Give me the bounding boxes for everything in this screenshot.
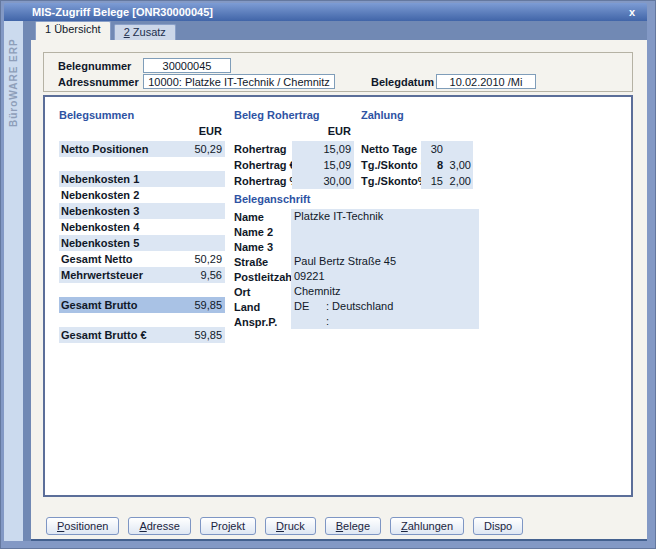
summary-row: Netto Positionen50,29 bbox=[59, 141, 225, 157]
zahlung-label: Tg./Skonto % bbox=[361, 159, 421, 171]
address-label: Land bbox=[234, 301, 291, 313]
zahlung-rows: Netto Tage30Tg./Skonto %83,00Tg./Skonto%… bbox=[361, 141, 473, 189]
address-label: Straße bbox=[234, 256, 291, 268]
address-value bbox=[291, 224, 479, 239]
belegnummer-label: Belegnummer bbox=[58, 60, 143, 72]
druck-button[interactable]: Druck bbox=[265, 517, 316, 535]
summary-label: Nebenkosten 1 bbox=[59, 173, 169, 185]
summary-label: Gesamt Brutto bbox=[59, 299, 169, 311]
address-value-text: : bbox=[326, 314, 329, 329]
row-spacer bbox=[59, 283, 225, 297]
belegdatum-label: Belegdatum bbox=[371, 76, 433, 88]
tab-2[interactable]: 2 Zusatz bbox=[114, 24, 176, 40]
address-label: Anspr.P. bbox=[234, 316, 291, 328]
tab-content: Belegnummer Adressnummer Belegdatum Bele… bbox=[31, 40, 647, 541]
address-row: NamePlatzke IT-Technik bbox=[234, 209, 479, 224]
title-bar: MIS-Zugriff Belege [ONR30000045] x bbox=[4, 3, 647, 21]
rohertrag-row: Rohertrag €15,09 bbox=[234, 157, 354, 173]
summary-label: Nebenkosten 2 bbox=[59, 189, 169, 201]
summary-label: Nebenkosten 3 bbox=[59, 205, 169, 217]
projekt-button[interactable]: Projekt bbox=[200, 517, 256, 535]
belegdatum-field[interactable] bbox=[436, 74, 536, 89]
address-label: Postleitzahl bbox=[234, 271, 291, 283]
adressnummer-field[interactable] bbox=[143, 74, 335, 89]
address-row: Name 3 bbox=[234, 239, 479, 254]
beleganschrift-section: Beleganschrift NamePlatzke IT-TechnikNam… bbox=[234, 193, 479, 329]
zahlung-percent-value bbox=[445, 141, 473, 157]
summary-row: Nebenkosten 1 bbox=[59, 171, 225, 187]
beleganschrift-rows: NamePlatzke IT-TechnikName 2Name 3Straße… bbox=[234, 209, 479, 329]
address-row: Anspr.P.: bbox=[234, 314, 479, 329]
tab-1[interactable]: 1 Übersicht bbox=[35, 21, 111, 40]
tab-bar: 1 Übersicht2 Zusatz bbox=[23, 21, 647, 40]
main-area: 1 Übersicht2 Zusatz Belegnummer Adressnu… bbox=[23, 21, 647, 541]
summary-label: Mehrwertsteuer bbox=[59, 269, 169, 281]
app-window: MIS-Zugriff Belege [ONR30000045] x BüroW… bbox=[0, 0, 656, 549]
rohertrag-value: 15,09 bbox=[292, 157, 354, 173]
header-panel: Belegnummer Adressnummer Belegdatum bbox=[43, 52, 633, 92]
address-row: OrtChemnitz bbox=[234, 284, 479, 299]
summary-label: Nebenkosten 5 bbox=[59, 237, 169, 249]
zahlung-gap bbox=[361, 125, 473, 141]
summary-row: Nebenkosten 4 bbox=[59, 219, 225, 235]
zahlung-days-value: 30 bbox=[421, 141, 445, 157]
belege-button[interactable]: Belege bbox=[325, 517, 381, 535]
address-value-text: : Deutschland bbox=[326, 299, 393, 314]
belegsummen-title: Belegsummen bbox=[59, 109, 225, 125]
summary-row: Mehrwertsteuer9,56 bbox=[59, 267, 225, 283]
address-value: Paul Bertz Straße 45 bbox=[291, 254, 479, 269]
belegnummer-row: Belegnummer bbox=[44, 58, 632, 73]
summary-row: Gesamt Netto50,29 bbox=[59, 251, 225, 267]
address-country-code: DE bbox=[294, 299, 326, 314]
zahlung-days-value: 15 bbox=[421, 173, 445, 189]
adressnummer-label: Adressnummer bbox=[58, 76, 143, 88]
detail-panel: Belegsummen EUR Netto Positionen50,29Neb… bbox=[43, 95, 633, 497]
rohertrag-rows: Rohertrag15,09Rohertrag €15,09Rohertrag … bbox=[234, 141, 354, 189]
zahlung-title: Zahlung bbox=[361, 109, 473, 125]
address-label: Name 3 bbox=[234, 241, 291, 253]
rohertrag-row: Rohertrag15,09 bbox=[234, 141, 354, 157]
summary-value: 59,85 bbox=[169, 299, 225, 311]
belegsummen-section: Belegsummen EUR Netto Positionen50,29Neb… bbox=[59, 109, 225, 343]
address-value: DE: Deutschland bbox=[291, 299, 479, 314]
summary-row: Gesamt Brutto €59,85 bbox=[59, 327, 225, 343]
zahlung-label: Netto Tage bbox=[361, 143, 421, 155]
summary-label: Gesamt Netto bbox=[59, 253, 169, 265]
rohertrag-title: Beleg Rohertrag bbox=[234, 109, 354, 125]
rohertrag-row: Rohertrag %30,00 bbox=[234, 173, 354, 189]
summary-value: 9,56 bbox=[169, 269, 225, 281]
zahlung-section: Zahlung Netto Tage30Tg./Skonto %83,00Tg.… bbox=[361, 109, 473, 189]
address-value bbox=[291, 239, 479, 254]
beleganschrift-title: Beleganschrift bbox=[234, 193, 479, 207]
address-label: Ort bbox=[234, 286, 291, 298]
zahlung-percent-value: 3,00 bbox=[445, 157, 473, 173]
rohertrag-value: 15,09 bbox=[292, 141, 354, 157]
window-body: BüroWARE ERP 1 Übersicht2 Zusatz Belegnu… bbox=[4, 21, 647, 541]
address-row: Postleitzahl09221 bbox=[234, 269, 479, 284]
rohertrag-section: Beleg Rohertrag EUR Rohertrag15,09Rohert… bbox=[234, 109, 354, 189]
belegnummer-field[interactable] bbox=[143, 58, 231, 73]
summary-value: 50,29 bbox=[169, 143, 225, 155]
address-country-code bbox=[294, 314, 326, 329]
action-button-bar: PositionenAdresseProjektDruckBelegeZahlu… bbox=[43, 517, 633, 537]
rohertrag-label: Rohertrag € bbox=[234, 159, 292, 171]
rohertrag-label: Rohertrag % bbox=[234, 175, 292, 187]
adresse-button[interactable]: Adresse bbox=[128, 517, 190, 535]
address-label: Name 2 bbox=[234, 226, 291, 238]
positionen-button[interactable]: Positionen bbox=[46, 517, 119, 535]
adressnummer-row: Adressnummer Belegdatum bbox=[44, 74, 632, 89]
zahlung-row: Tg./Skonto %83,00 bbox=[361, 157, 473, 173]
address-row: StraßePaul Bertz Straße 45 bbox=[234, 254, 479, 269]
close-button[interactable]: x bbox=[625, 6, 639, 18]
address-value: : bbox=[291, 314, 479, 329]
brand-text: BüroWARE ERP bbox=[4, 23, 23, 127]
zahlungen-button[interactable]: Zahlungen bbox=[390, 517, 464, 535]
zahlung-row: Tg./Skonto%152,00 bbox=[361, 173, 473, 189]
address-value: Chemnitz bbox=[291, 284, 479, 299]
summary-label: Nebenkosten 4 bbox=[59, 221, 169, 233]
address-row: LandDE: Deutschland bbox=[234, 299, 479, 314]
zahlung-percent-value: 2,00 bbox=[445, 173, 473, 189]
summary-value: 50,29 bbox=[169, 253, 225, 265]
zahlung-days-value: 8 bbox=[421, 157, 445, 173]
dispo-button[interactable]: Dispo bbox=[473, 517, 523, 535]
